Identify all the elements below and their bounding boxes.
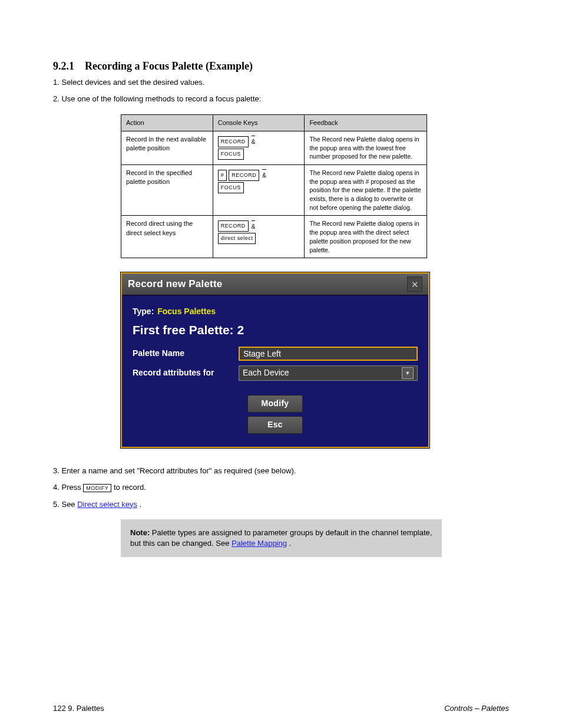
type-value: Focus Palettes [157, 307, 216, 316]
palette-name-label: Palette Name [133, 348, 239, 360]
amp-join: & [252, 220, 256, 232]
key-token: FOCUS [218, 182, 244, 193]
section-title: Recording a Focus Palette (Example) [85, 60, 253, 72]
table-row: Record in the next available palette pos… [121, 131, 427, 164]
note-body-suffix: . [289, 539, 292, 548]
th-command: Console Keys [213, 114, 305, 131]
amp-join: & [252, 136, 256, 147]
note-label: Note: [130, 528, 150, 537]
esc-button[interactable]: Esc [247, 416, 303, 434]
cell-feedback: The Record new Palette dialog opens in t… [305, 165, 427, 216]
step-4-prefix: Press [61, 483, 83, 492]
record-attr-label: Record attributes for [133, 367, 239, 379]
chevron-down-icon: ▼ [402, 367, 414, 379]
dialog-title: Record new Palette [128, 277, 222, 291]
key-token: # [218, 170, 227, 181]
intro-1: Select devices and set the desired value… [61, 78, 204, 87]
th-action: Action [121, 114, 213, 131]
record-attr-value: Each Device [243, 367, 289, 379]
palette-mapping-link[interactable]: Palette Mapping [232, 539, 287, 548]
close-button[interactable]: ✕ [407, 276, 422, 292]
record-palette-dialog: Record new Palette ✕ Type: Focus Palette… [121, 272, 429, 448]
dialog-heading: First free Palette: 2 [133, 321, 418, 338]
step-5-prefix: See [61, 500, 77, 509]
cell-feedback: The Record new Palette dialog opens in t… [305, 216, 427, 258]
note-box: Note: Palette types are assigned to para… [121, 519, 442, 557]
key-token: RECORD [229, 170, 259, 181]
amp-join: & [262, 169, 266, 181]
cell-action: Record in the next available palette pos… [121, 131, 213, 164]
key-token: direct select [218, 233, 256, 244]
step-4-suffix: to record. [114, 483, 146, 492]
type-label: Type: [133, 307, 154, 316]
cell-command: RECORD & direct select [213, 216, 305, 258]
record-attr-select[interactable]: Each Device ▼ [239, 365, 418, 381]
key-token: RECORD [218, 220, 249, 232]
key-token: RECORD [218, 136, 249, 147]
step-3: Enter a name and set "Record attributes … [61, 466, 296, 475]
footer-right: Controls – Palettes [444, 703, 509, 714]
intro-2: Use one of the following methods to reco… [61, 94, 261, 103]
step-5-suffix: . [140, 500, 142, 509]
modify-button[interactable]: Modify [247, 395, 303, 413]
close-icon: ✕ [411, 278, 419, 291]
cell-action: Record direct using the direct select ke… [121, 216, 213, 258]
modify-key: MODIFY [83, 484, 111, 493]
section-number: 9.2.1 [53, 60, 74, 72]
cell-feedback: The Record new Palette dialog opens in t… [305, 131, 427, 164]
direct-select-link[interactable]: Direct select keys [77, 500, 137, 509]
cell-command: # RECORD & FOCUS [213, 165, 305, 216]
th-feedback: Feedback [305, 114, 427, 131]
cell-command: RECORD & FOCUS [213, 131, 305, 164]
table-row: Record in the specified palette position… [121, 165, 427, 216]
table-row: Record direct using the direct select ke… [121, 216, 427, 258]
cell-action: Record in the specified palette position [121, 165, 213, 216]
key-token: FOCUS [218, 149, 244, 160]
footer-left: 122 9. Palettes [53, 703, 104, 714]
palette-name-input[interactable] [239, 347, 418, 361]
syntax-table: Action Console Keys Feedback Record in t… [121, 114, 427, 259]
